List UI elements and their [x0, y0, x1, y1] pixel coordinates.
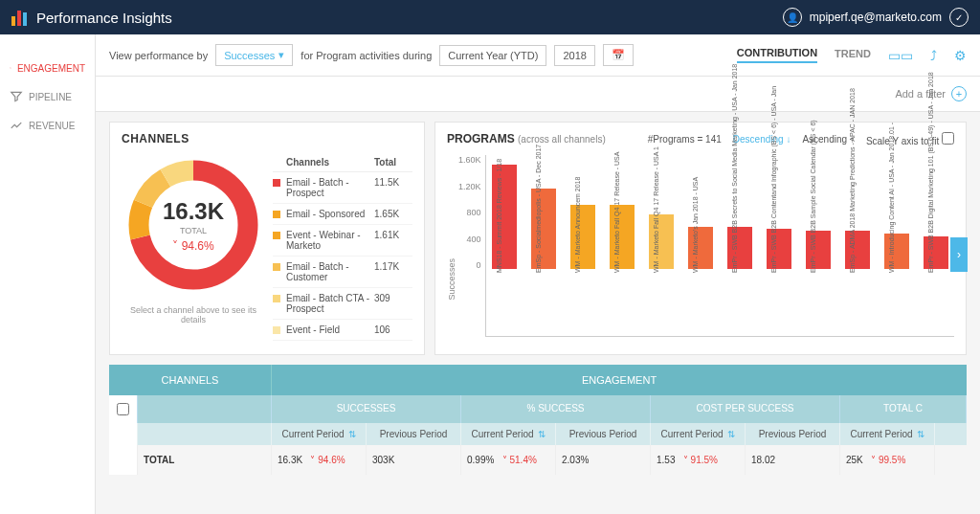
- col-successes-previous[interactable]: Previous Period: [367, 423, 461, 445]
- scale-y-checkbox[interactable]: [942, 132, 954, 145]
- user-email: mpiperf.qe@marketo.com: [810, 11, 942, 24]
- filter-middle: for Program activities during: [301, 50, 432, 61]
- topbar: Performance Insights 👤 mpiperf.qe@market…: [0, 0, 980, 34]
- table-header-channels: CHANNELS: [109, 365, 272, 395]
- sidebar-item-engagement[interactable]: ENGAGEMENT: [0, 54, 95, 82]
- main-content: View performance by Successes ▾ for Prog…: [96, 34, 980, 514]
- programs-title: PROGRAMS: [447, 132, 515, 145]
- channel-row[interactable]: Email - Batch - Customer1.17K: [273, 257, 412, 288]
- engagement-icon: [10, 61, 11, 75]
- channel-row[interactable]: Event - Field106: [273, 320, 412, 341]
- next-page-button[interactable]: ›: [950, 237, 968, 272]
- chevron-down-icon: ▾: [278, 49, 284, 61]
- svg-text:16.3K: 16.3K: [163, 198, 225, 224]
- y-axis-ticks: 1.60K1.20K8004000: [458, 155, 485, 337]
- channel-swatch: [273, 326, 280, 334]
- settings-icon[interactable]: ⚙: [954, 48, 967, 63]
- calendar-button[interactable]: 📅: [603, 44, 634, 66]
- table-header-engagement: ENGAGEMENT: [272, 365, 967, 395]
- bar[interactable]: WM - Marketo Announcem 2018: [565, 205, 601, 337]
- channel-row[interactable]: Email - Batch CTA - Prospect309: [273, 288, 412, 320]
- bar[interactable]: WM - Marketo Fall Q4 17 Release - USA: [604, 205, 640, 337]
- bar[interactable]: EmPr - SWB B2B Secrets to Social Media M…: [722, 227, 758, 336]
- metric-dropdown[interactable]: Successes ▾: [215, 44, 293, 66]
- channels-hint: Select a channel above to see its detail…: [122, 305, 265, 324]
- scale-y-label: Scale Y axis to fit: [866, 132, 954, 146]
- table-row-total: TOTAL 16.3K ˅ 94.6% 303K 0.99% ˅ 51.4% 2…: [109, 445, 967, 475]
- channels-title: CHANNELS: [122, 132, 412, 145]
- col-cps-previous[interactable]: Previous Period: [746, 423, 840, 445]
- channel-swatch: [273, 295, 280, 302]
- col-group-successes[interactable]: SUCCESSES: [272, 395, 461, 423]
- sidebar: ENGAGEMENT PIPELINE REVENUE: [0, 34, 96, 514]
- sidebar-item-pipeline[interactable]: PIPELINE: [0, 82, 95, 111]
- col-tc-current[interactable]: Current Period⇅: [840, 423, 935, 445]
- svg-text:TOTAL: TOTAL: [180, 226, 207, 235]
- add-filter-label: Add a filter: [895, 88, 946, 100]
- pipeline-icon: [10, 90, 23, 103]
- programs-count: #Programs = 141: [648, 134, 722, 145]
- channel-row[interactable]: Website7: [273, 341, 412, 345]
- tab-trend[interactable]: TREND: [835, 48, 871, 62]
- y-axis-label: Successes: [447, 191, 457, 301]
- programs-panel: PROGRAMS (across all channels) #Programs…: [434, 122, 967, 355]
- channel-row[interactable]: Email - Sponsored1.65K: [273, 204, 412, 225]
- bar[interactable]: EmPr - SWB B2B Digital Marketing 101 (BS…: [918, 236, 954, 337]
- app-title: Performance Insights: [36, 10, 172, 26]
- user-icon: 👤: [783, 8, 802, 27]
- channel-swatch: [273, 232, 280, 239]
- programs-subtitle: (across all channels): [518, 134, 606, 145]
- bar[interactable]: EmSp - ADMA 2018 Marketing Predictions -…: [839, 231, 876, 336]
- revenue-icon: [10, 119, 23, 132]
- channels-table[interactable]: ChannelsTotal Email - Batch - Prospect11…: [273, 153, 412, 345]
- layout-icon[interactable]: ▭▭: [888, 48, 913, 63]
- channels-panel: CHANNELS 16.3K TOTAL ˅ 94.6% Select a ch: [109, 122, 425, 355]
- sort-descending[interactable]: Descending ↓: [733, 134, 791, 145]
- bar[interactable]: MNS18 - Summit 2018 Reviews - 1/18: [486, 165, 523, 336]
- channel-row[interactable]: Email - Batch - Prospect11.5K: [273, 172, 412, 204]
- help-icon[interactable]: ✓: [949, 8, 969, 27]
- bar[interactable]: EmSp - Socialmediopolis - USA - Dec 2017: [525, 189, 562, 336]
- year-dropdown[interactable]: 2018: [554, 45, 594, 66]
- filter-prefix: View performance by: [109, 50, 208, 61]
- col-pct-previous[interactable]: Previous Period: [556, 423, 651, 445]
- sub-filter-bar: Add a filter +: [96, 77, 980, 112]
- bar[interactable]: WM - Marketo Fall Q4 17 Release - USA 1: [643, 214, 679, 336]
- filter-bar: View performance by Successes ▾ for Prog…: [96, 34, 980, 77]
- sidebar-item-revenue[interactable]: REVENUE: [0, 111, 95, 140]
- export-icon[interactable]: ⤴: [930, 48, 937, 63]
- app-logo: [11, 9, 27, 26]
- col-pct-current[interactable]: Current Period⇅: [461, 423, 556, 445]
- svg-text:˅ 94.6%: ˅ 94.6%: [172, 239, 214, 253]
- bar[interactable]: WM - Introducing Content AI - USA - Jan …: [879, 234, 915, 337]
- select-all-checkbox[interactable]: [117, 403, 129, 415]
- channel-row[interactable]: Event - Webinar - Marketo1.61K: [273, 225, 412, 257]
- period-dropdown[interactable]: Current Year (YTD): [439, 45, 546, 66]
- channel-swatch: [273, 211, 280, 218]
- channel-swatch: [273, 179, 280, 187]
- tab-contribution[interactable]: CONTRIBUTION: [737, 47, 817, 63]
- user-menu[interactable]: 👤 mpiperf.qe@marketo.com ✓: [783, 8, 969, 27]
- col-group-cost-per-success[interactable]: COST PER SUCCESS: [651, 395, 840, 423]
- col-cps-current[interactable]: Current Period⇅: [651, 423, 746, 445]
- channels-donut[interactable]: 16.3K TOTAL ˅ 94.6% Select a channel abo…: [122, 153, 265, 345]
- bar[interactable]: EmPr - SWB B2B Contentand Infographic (B…: [761, 229, 797, 336]
- col-successes-current[interactable]: Current Period⇅: [272, 423, 367, 445]
- data-table: CHANNELS ENGAGEMENT SUCCESSES % SUCCESS …: [109, 365, 967, 475]
- channel-swatch: [273, 263, 280, 271]
- bar[interactable]: WM - Marketo's Jan 2018 - USA: [682, 227, 719, 336]
- col-group-total-cost[interactable]: TOTAL C: [840, 395, 967, 423]
- col-group-pct-success[interactable]: % SUCCESS: [461, 395, 651, 423]
- add-filter-button[interactable]: +: [951, 86, 967, 101]
- programs-barchart: Successes 1.60K1.20K8004000 MNS18 - Summ…: [447, 155, 954, 337]
- bar[interactable]: EmPr - SWB B2B Sample Social Calendar (B…: [800, 231, 836, 337]
